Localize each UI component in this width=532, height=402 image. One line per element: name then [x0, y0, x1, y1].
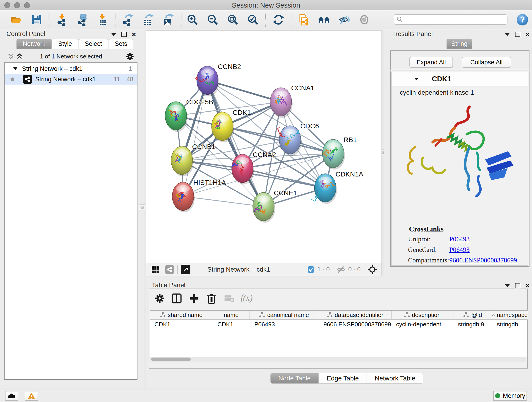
network-node-ccnb2[interactable]: CCNB2 [195, 63, 241, 96]
collapse-all-icon[interactable] [7, 53, 14, 60]
table-cell[interactable]: CDK1 [213, 320, 250, 329]
zoom-selected-icon[interactable] [247, 13, 259, 26]
save-session-icon[interactable] [30, 13, 43, 26]
zoom-fit-icon[interactable] [226, 13, 239, 26]
search-input[interactable] [403, 16, 500, 23]
import-table-icon[interactable] [96, 13, 109, 26]
houses-icon[interactable] [317, 13, 330, 26]
clone-network-icon[interactable] [297, 13, 310, 26]
expand-all-button[interactable]: Expand All [409, 57, 453, 68]
crosslink-link[interactable]: P06493 [449, 246, 470, 254]
column-header-canonical-name[interactable]: canonical name [250, 311, 319, 319]
table-cell[interactable]: stringdb [492, 320, 528, 329]
svg-text:?: ? [520, 15, 525, 24]
tab-string[interactable]: String [447, 39, 472, 49]
table-settings-gear-icon[interactable] [154, 293, 165, 304]
refresh-icon[interactable] [272, 13, 285, 26]
collapse-all-button[interactable]: Collapse All [462, 57, 511, 68]
table-cell[interactable]: CDK1 [150, 320, 213, 329]
network-node-cdk1[interactable]: CDK1 [211, 109, 251, 142]
add-column-icon[interactable] [189, 293, 199, 304]
node-label: RB1 [343, 136, 357, 143]
network-edge[interactable] [183, 196, 264, 207]
crosslink-row: Uniprot:P06493 [392, 234, 528, 244]
tab-sets[interactable]: Sets [109, 39, 133, 49]
column-header-database-identifier[interactable]: database identifier [319, 311, 392, 319]
tab-node-table[interactable]: Node Table [270, 373, 319, 384]
help-icon[interactable]: ? [516, 13, 529, 26]
network-collection-row[interactable]: String Network – cdk1 1 [5, 64, 137, 74]
export-table-icon[interactable] [141, 13, 154, 26]
node-label: CCNB2 [218, 63, 241, 70]
show-hide-graphics-icon[interactable] [338, 13, 351, 26]
panel-close-icon[interactable]: × [525, 283, 530, 288]
horizontal-scrollbar[interactable] [150, 357, 526, 362]
network-node-ccna2[interactable]: CCNA2 [232, 151, 276, 185]
tab-select[interactable]: Select [79, 39, 108, 49]
node-label: CCNB1 [192, 143, 215, 150]
network-view-toolbar: String Network – cdk1 1 - 0 0 - 0 [146, 263, 382, 276]
zoom-out-icon[interactable] [206, 13, 219, 26]
panel-close-icon[interactable]: × [132, 32, 136, 37]
network-row-selected[interactable]: String Network – cdk1 11 48 [5, 74, 137, 85]
panel-menu-icon[interactable] [505, 33, 510, 36]
left-splitter-handle[interactable] [139, 204, 145, 211]
selected-checkbox-icon[interactable] [307, 266, 315, 273]
memory-button[interactable]: Memory [493, 391, 527, 401]
gear-icon[interactable] [126, 52, 134, 61]
network-view[interactable]: CCNB2CCNA1CDC25BCDK1CDC6RB1CCNB1CCNA2CDK… [146, 31, 382, 263]
network-node-rb1[interactable]: RB1 [322, 136, 357, 170]
scrollbar-thumb[interactable] [151, 357, 191, 361]
export-image-icon[interactable] [161, 13, 174, 26]
column-header-@id[interactable]: @id [453, 311, 492, 319]
panel-menu-icon[interactable] [111, 33, 116, 36]
network-node-cdc6[interactable]: CDC6 [277, 122, 319, 156]
panel-menu-icon[interactable] [505, 284, 510, 287]
tab-style[interactable]: Style [52, 39, 78, 49]
network-edge[interactable] [207, 80, 264, 207]
crosslink-link[interactable]: P06493 [449, 235, 470, 243]
section-expander-icon[interactable] [413, 76, 419, 82]
network-node-ccnb1[interactable]: CCNB1 [171, 143, 215, 177]
panel-float-icon[interactable] [515, 32, 520, 37]
column-header-description[interactable]: description [392, 311, 453, 319]
fit-selected-crosshair-icon[interactable] [367, 264, 377, 274]
panel-float-icon[interactable] [515, 283, 520, 288]
import-network-icon[interactable] [56, 13, 68, 26]
panel-float-icon[interactable] [121, 32, 127, 37]
panel-close-icon[interactable]: × [525, 32, 530, 37]
network-node-ccne1[interactable]: CCNE1 [253, 189, 297, 223]
table-cell[interactable]: cyclin-dependent ... [392, 320, 453, 329]
column-header-namespace[interactable]: namespace [492, 311, 528, 319]
import-database-icon[interactable] [76, 13, 89, 26]
tab-edge-table[interactable]: Edge Table [319, 373, 367, 384]
hidden-eye-icon[interactable] [336, 266, 346, 274]
protein-section-header[interactable]: CDK1 [392, 72, 528, 86]
control-panel: Control Panel × NetworkStyleSelectSets 1… [0, 29, 144, 389]
show-columns-icon[interactable] [171, 293, 182, 304]
crosslink-link[interactable]: 9606.ENSP00000378699 [449, 256, 517, 264]
birds-eye-view-icon[interactable] [181, 265, 190, 274]
tab-network[interactable]: Network [17, 39, 51, 49]
open-session-icon[interactable] [10, 13, 22, 26]
network-node-hist1h1a[interactable]: HIST1H1A [172, 179, 226, 212]
table-cell[interactable]: stringdb:9... [453, 320, 492, 329]
export-network-icon[interactable] [121, 13, 134, 26]
inactive-eye-icon[interactable] [358, 13, 371, 26]
delete-column-trash-icon[interactable] [206, 293, 217, 304]
zoom-in-icon[interactable] [186, 13, 199, 26]
column-header-name[interactable]: name [213, 311, 250, 319]
network-list-header: 1 of 1 Network selected [0, 51, 144, 62]
cloud-button[interactable] [5, 391, 18, 401]
warnings-button[interactable] [25, 391, 38, 401]
table-panel: Table Panel × [146, 277, 532, 389]
tab-network-table[interactable]: Network Table [367, 373, 423, 384]
network-view-mode-icon[interactable] [165, 265, 174, 274]
tree-expander-icon[interactable] [13, 66, 18, 71]
grid-view-icon[interactable] [151, 265, 160, 274]
column-header-shared-name[interactable]: shared name [150, 311, 213, 319]
table-cell[interactable]: 9606.ENSP00000378699 [319, 320, 392, 329]
expand-all-icon[interactable] [16, 53, 23, 60]
table-cell[interactable]: P06493 [250, 320, 319, 329]
table-data-row[interactable]: CDK1CDK1P064939606.ENSP00000378699cyclin… [150, 320, 528, 329]
